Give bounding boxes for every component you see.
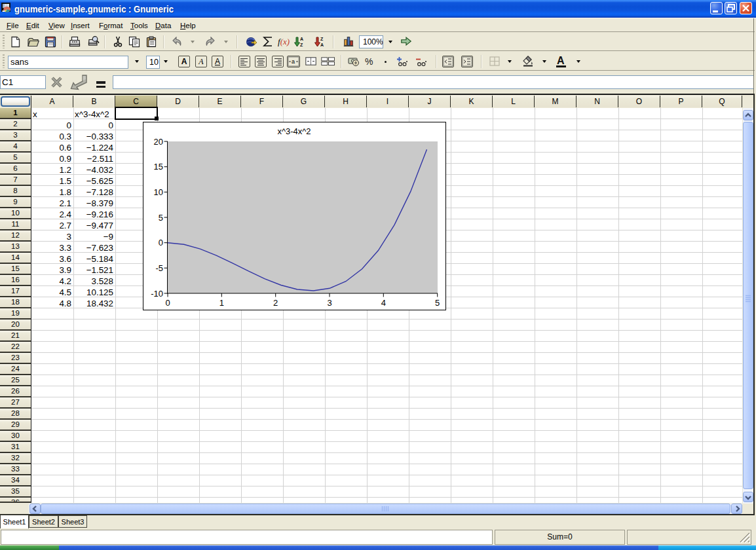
svg-text:5: 5 xyxy=(159,213,163,223)
svg-text:-10: -10 xyxy=(151,289,163,299)
svg-text:A: A xyxy=(320,43,324,47)
svg-text:A: A xyxy=(300,37,303,41)
svg-text:20: 20 xyxy=(154,137,163,147)
svg-text:x^3-4x^2: x^3-4x^2 xyxy=(277,126,311,136)
svg-text:3: 3 xyxy=(327,298,331,308)
svg-text:2: 2 xyxy=(273,298,278,308)
svg-text:1: 1 xyxy=(219,298,224,308)
svg-text:15: 15 xyxy=(154,162,163,172)
svg-text:0: 0 xyxy=(159,238,163,248)
svg-text:a: a xyxy=(292,58,295,65)
svg-text:10: 10 xyxy=(154,187,163,197)
svg-text:Z: Z xyxy=(300,43,303,47)
svg-text:Z: Z xyxy=(320,37,324,41)
svg-text:0: 0 xyxy=(165,298,170,308)
svg-text:-5: -5 xyxy=(155,263,163,273)
svg-text:4: 4 xyxy=(381,298,386,308)
svg-text:5: 5 xyxy=(435,298,440,308)
